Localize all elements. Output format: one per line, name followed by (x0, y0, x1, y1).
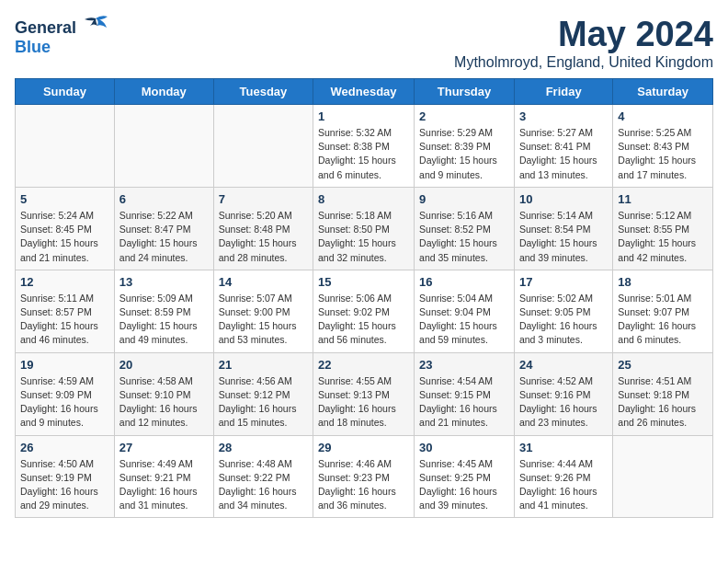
calendar-cell: 9Sunrise: 5:16 AM Sunset: 8:52 PM Daylig… (415, 187, 515, 270)
calendar-cell (16, 105, 115, 188)
cell-day-number: 11 (618, 192, 708, 206)
cell-day-info: Sunrise: 5:25 AM Sunset: 8:43 PM Dayligh… (618, 126, 708, 182)
cell-day-number: 30 (419, 441, 509, 454)
cell-day-info: Sunrise: 5:09 AM Sunset: 8:59 PM Dayligh… (119, 292, 209, 348)
cell-day-info: Sunrise: 5:27 AM Sunset: 8:41 PM Dayligh… (519, 126, 608, 182)
cell-day-number: 31 (519, 441, 608, 454)
cell-day-number: 13 (119, 275, 209, 289)
logo-text: General (15, 15, 108, 38)
cell-day-number: 16 (419, 275, 509, 289)
cell-day-number: 6 (119, 192, 209, 206)
calendar-cell: 29Sunrise: 4:46 AM Sunset: 9:23 PM Dayli… (313, 435, 415, 518)
weekday-header-cell: Thursday (415, 79, 515, 105)
cell-day-info: Sunrise: 5:29 AM Sunset: 8:39 PM Dayligh… (419, 126, 509, 182)
page-header: General Blue May 2024 Mytholmroyd, Engla… (15, 15, 713, 71)
cell-day-info: Sunrise: 5:18 AM Sunset: 8:50 PM Dayligh… (318, 209, 409, 265)
calendar-cell: 11Sunrise: 5:12 AM Sunset: 8:55 PM Dayli… (613, 187, 713, 270)
cell-day-number: 28 (219, 441, 308, 454)
cell-day-number: 2 (419, 109, 509, 123)
calendar-cell: 18Sunrise: 5:01 AM Sunset: 9:07 PM Dayli… (613, 270, 713, 352)
calendar-cell: 22Sunrise: 4:55 AM Sunset: 9:13 PM Dayli… (313, 352, 415, 435)
calendar-cell: 30Sunrise: 4:45 AM Sunset: 9:25 PM Dayli… (415, 435, 515, 518)
cell-day-info: Sunrise: 5:22 AM Sunset: 8:47 PM Dayligh… (119, 209, 209, 265)
calendar-cell: 17Sunrise: 5:02 AM Sunset: 9:05 PM Dayli… (514, 270, 612, 352)
weekday-header-cell: Monday (114, 79, 213, 105)
calendar-cell: 8Sunrise: 5:18 AM Sunset: 8:50 PM Daylig… (313, 187, 415, 270)
calendar-cell: 4Sunrise: 5:25 AM Sunset: 8:43 PM Daylig… (613, 105, 713, 188)
calendar-cell: 6Sunrise: 5:22 AM Sunset: 8:47 PM Daylig… (114, 187, 213, 270)
cell-day-number: 9 (419, 192, 509, 206)
cell-day-number: 27 (119, 441, 209, 454)
cell-day-info: Sunrise: 4:54 AM Sunset: 9:15 PM Dayligh… (419, 374, 509, 431)
calendar-week-row: 5Sunrise: 5:24 AM Sunset: 8:45 PM Daylig… (16, 187, 713, 270)
calendar-cell (213, 105, 313, 188)
cell-day-info: Sunrise: 5:04 AM Sunset: 9:04 PM Dayligh… (419, 292, 509, 348)
logo-bird-icon (83, 15, 108, 33)
cell-day-info: Sunrise: 5:20 AM Sunset: 8:48 PM Dayligh… (219, 209, 308, 265)
calendar-cell: 7Sunrise: 5:20 AM Sunset: 8:48 PM Daylig… (213, 187, 313, 270)
calendar-cell: 12Sunrise: 5:11 AM Sunset: 8:57 PM Dayli… (16, 270, 115, 352)
calendar-week-row: 19Sunrise: 4:59 AM Sunset: 9:09 PM Dayli… (16, 352, 713, 435)
title-block: May 2024 Mytholmroyd, England, United Ki… (454, 15, 713, 71)
calendar-cell: 1Sunrise: 5:32 AM Sunset: 8:38 PM Daylig… (313, 105, 415, 188)
cell-day-info: Sunrise: 4:59 AM Sunset: 9:09 PM Dayligh… (20, 374, 109, 431)
calendar-cell: 2Sunrise: 5:29 AM Sunset: 8:39 PM Daylig… (415, 105, 515, 188)
cell-day-number: 23 (419, 358, 509, 372)
calendar-cell: 14Sunrise: 5:07 AM Sunset: 9:00 PM Dayli… (213, 270, 313, 352)
cell-day-number: 24 (519, 358, 608, 372)
cell-day-number: 19 (20, 358, 109, 372)
logo-blue: Blue (15, 38, 51, 56)
calendar-location: Mytholmroyd, England, United Kingdom (454, 54, 713, 71)
cell-day-info: Sunrise: 4:58 AM Sunset: 9:10 PM Dayligh… (119, 374, 209, 431)
calendar-cell: 25Sunrise: 4:51 AM Sunset: 9:18 PM Dayli… (613, 352, 713, 435)
cell-day-info: Sunrise: 4:56 AM Sunset: 9:12 PM Dayligh… (219, 374, 308, 431)
weekday-header-cell: Saturday (613, 79, 713, 105)
cell-day-number: 15 (318, 275, 409, 289)
cell-day-number: 1 (318, 109, 409, 123)
cell-day-info: Sunrise: 5:12 AM Sunset: 8:55 PM Dayligh… (618, 209, 708, 265)
cell-day-number: 7 (219, 192, 308, 206)
cell-day-number: 26 (20, 441, 109, 454)
weekday-header-cell: Wednesday (313, 79, 415, 105)
cell-day-number: 8 (318, 192, 409, 206)
cell-day-number: 18 (618, 275, 708, 289)
cell-day-info: Sunrise: 4:49 AM Sunset: 9:21 PM Dayligh… (119, 457, 209, 513)
cell-day-info: Sunrise: 4:46 AM Sunset: 9:23 PM Dayligh… (318, 457, 409, 513)
cell-day-number: 22 (318, 358, 409, 372)
calendar-cell: 21Sunrise: 4:56 AM Sunset: 9:12 PM Dayli… (213, 352, 313, 435)
calendar-cell: 3Sunrise: 5:27 AM Sunset: 8:41 PM Daylig… (514, 105, 612, 188)
calendar-table: SundayMondayTuesdayWednesdayThursdayFrid… (15, 78, 713, 518)
weekday-header-cell: Friday (514, 79, 612, 105)
weekday-header-cell: Tuesday (213, 79, 313, 105)
cell-day-info: Sunrise: 5:32 AM Sunset: 8:38 PM Dayligh… (318, 126, 409, 182)
cell-day-info: Sunrise: 5:07 AM Sunset: 9:00 PM Dayligh… (219, 292, 308, 348)
calendar-week-row: 12Sunrise: 5:11 AM Sunset: 8:57 PM Dayli… (16, 270, 713, 352)
calendar-cell: 20Sunrise: 4:58 AM Sunset: 9:10 PM Dayli… (114, 352, 213, 435)
cell-day-info: Sunrise: 5:11 AM Sunset: 8:57 PM Dayligh… (20, 292, 109, 348)
cell-day-number: 17 (519, 275, 608, 289)
cell-day-info: Sunrise: 5:02 AM Sunset: 9:05 PM Dayligh… (519, 292, 608, 348)
cell-day-info: Sunrise: 5:06 AM Sunset: 9:02 PM Dayligh… (318, 292, 409, 348)
cell-day-info: Sunrise: 4:45 AM Sunset: 9:25 PM Dayligh… (419, 457, 509, 513)
cell-day-number: 21 (219, 358, 308, 372)
calendar-cell: 5Sunrise: 5:24 AM Sunset: 8:45 PM Daylig… (16, 187, 115, 270)
calendar-cell (114, 105, 213, 188)
calendar-week-row: 26Sunrise: 4:50 AM Sunset: 9:19 PM Dayli… (16, 435, 713, 518)
calendar-cell: 16Sunrise: 5:04 AM Sunset: 9:04 PM Dayli… (415, 270, 515, 352)
calendar-cell: 27Sunrise: 4:49 AM Sunset: 9:21 PM Dayli… (114, 435, 213, 518)
cell-day-info: Sunrise: 4:44 AM Sunset: 9:26 PM Dayligh… (519, 457, 608, 513)
calendar-cell: 13Sunrise: 5:09 AM Sunset: 8:59 PM Dayli… (114, 270, 213, 352)
cell-day-info: Sunrise: 4:50 AM Sunset: 9:19 PM Dayligh… (20, 457, 109, 513)
cell-day-info: Sunrise: 4:51 AM Sunset: 9:18 PM Dayligh… (618, 374, 708, 431)
cell-day-number: 4 (618, 109, 708, 123)
cell-day-info: Sunrise: 4:52 AM Sunset: 9:16 PM Dayligh… (519, 374, 608, 431)
calendar-cell: 15Sunrise: 5:06 AM Sunset: 9:02 PM Dayli… (313, 270, 415, 352)
calendar-week-row: 1Sunrise: 5:32 AM Sunset: 8:38 PM Daylig… (16, 105, 713, 188)
calendar-title: May 2024 (454, 15, 713, 54)
calendar-cell (613, 435, 713, 518)
calendar-cell: 31Sunrise: 4:44 AM Sunset: 9:26 PM Dayli… (514, 435, 612, 518)
calendar-cell: 26Sunrise: 4:50 AM Sunset: 9:19 PM Dayli… (16, 435, 115, 518)
calendar-cell: 19Sunrise: 4:59 AM Sunset: 9:09 PM Dayli… (16, 352, 115, 435)
cell-day-info: Sunrise: 5:01 AM Sunset: 9:07 PM Dayligh… (618, 292, 708, 348)
cell-day-number: 20 (119, 358, 209, 372)
